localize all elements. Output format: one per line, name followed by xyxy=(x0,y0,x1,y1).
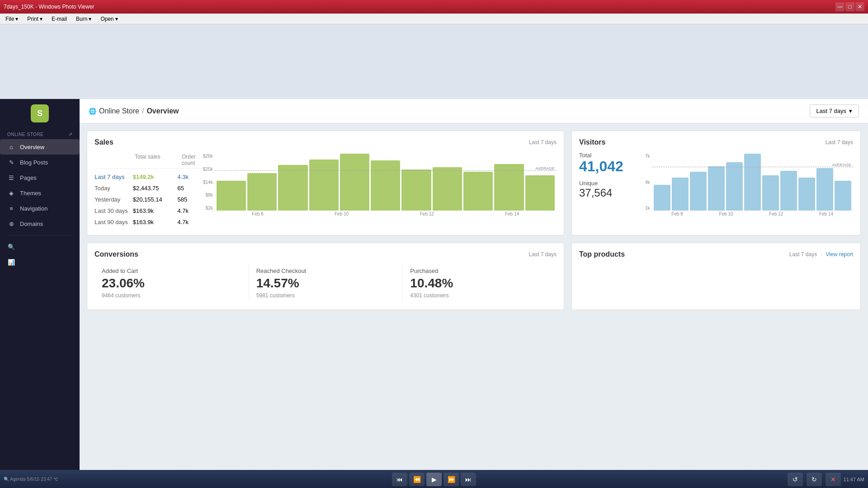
breadcrumb-current: Overview xyxy=(146,107,179,115)
table-row: Last 90 days $163.9k 4.7k xyxy=(94,216,203,228)
photo-viewer-area xyxy=(0,24,868,99)
sidebar-item-analytics[interactable]: 📊 xyxy=(0,254,80,270)
table-row: Today $2,443.75 65 xyxy=(94,183,203,194)
taskbar-next[interactable]: ⏩ xyxy=(443,473,459,486)
menu-bar: File ▾ Print ▾ E-mail Burn ▾ Open ▾ xyxy=(0,14,868,24)
vbar-3 xyxy=(690,172,707,211)
sidebar-item-blog-posts[interactable]: ✎ Blog Posts xyxy=(0,155,80,170)
menu-file[interactable]: File ▾ xyxy=(2,15,22,23)
conversions-grid: Added to Cart 23.06% 9464 customers Reac… xyxy=(94,264,557,302)
vbar-9 xyxy=(798,178,815,211)
close-button[interactable]: ✕ xyxy=(855,2,864,11)
visitors-y-axis: 7k 4k 1k xyxy=(645,152,652,219)
visitors-date-range: Last 7 days xyxy=(826,139,853,145)
menu-burn[interactable]: Burn ▾ xyxy=(72,15,95,23)
taskbar-time: 11:47 AM xyxy=(844,477,864,482)
sales-y-axis: $26k $20k $14k $8k $2k xyxy=(203,152,215,219)
taskbar-next-last[interactable]: ⏭ xyxy=(461,473,476,486)
total-sales-header: Total sales xyxy=(135,154,182,166)
chart-icon: 📊 xyxy=(7,258,15,266)
bar-6 xyxy=(371,160,400,211)
globe-icon: ⊕ xyxy=(7,220,15,228)
conversion-added-to-cart: Added to Cart 23.06% 9464 customers xyxy=(94,264,249,302)
bar-8 xyxy=(433,167,462,211)
menu-email[interactable]: E-mail xyxy=(48,15,71,23)
table-row: Last 7 days $149.2k 4.3k xyxy=(94,171,203,183)
sidebar-item-overview[interactable]: ⌂ Overview xyxy=(0,139,80,155)
date-range-button[interactable]: Last 7 days ▾ xyxy=(810,104,859,117)
vbar-7 xyxy=(762,175,779,211)
sidebar-section-label: ONLINE STORE ↗ xyxy=(0,128,80,139)
bar-5 xyxy=(340,154,369,211)
top-products-header: Top products Last 7 days · View report xyxy=(579,250,853,258)
pages-icon: ☰ xyxy=(7,174,15,182)
vbar-4 xyxy=(708,166,725,211)
visitors-card: Visitors Last 7 days Total 41,042 Unique… xyxy=(571,131,861,235)
external-link-icon[interactable]: ↗ xyxy=(68,131,73,137)
average-line: AVERAGE xyxy=(215,170,557,171)
taskbar-rotate[interactable]: ↺ xyxy=(788,473,803,486)
sales-bars xyxy=(215,152,557,211)
table-row: Last 30 days $163.9k 4.7k xyxy=(94,205,203,216)
average-label: AVERAGE xyxy=(535,166,555,171)
view-report-link[interactable]: View report xyxy=(826,251,853,258)
sales-title: Sales xyxy=(94,138,113,146)
title-bar: 7days_150K - Windows Photo Viewer — □ ✕ xyxy=(0,0,868,14)
app-container: S ONLINE STORE ↗ ⌂ Overview ✎ Blog Posts… xyxy=(0,99,868,488)
vbar-6 xyxy=(744,154,761,211)
sales-table-header: Total sales Order count xyxy=(94,152,203,169)
main-content: 🌐 Online Store / Overview Last 7 days ▾ … xyxy=(80,99,868,488)
vbar-1 xyxy=(654,185,670,211)
window-controls[interactable]: — □ ✕ xyxy=(835,2,864,11)
sidebar: S ONLINE STORE ↗ ⌂ Overview ✎ Blog Posts… xyxy=(0,99,80,488)
sidebar-item-domains[interactable]: ⊕ Domains xyxy=(0,216,80,231)
sidebar-divider xyxy=(8,235,72,235)
minimize-button[interactable]: — xyxy=(835,2,844,11)
vbar-5 xyxy=(726,162,743,211)
vbar-10 xyxy=(816,168,833,211)
visitors-title: Visitors xyxy=(579,138,605,146)
visitors-stats: Total 41,042 Unique 37,564 xyxy=(579,152,638,219)
sales-data-area: Total sales Order count Last 7 days $149… xyxy=(94,152,203,228)
conversions-date-range: Last 7 days xyxy=(529,251,557,258)
visitors-average-line: AVERAGE xyxy=(652,167,853,167)
file-icon: ✎ xyxy=(7,158,15,166)
taskbar-delete[interactable]: ✕ xyxy=(826,473,841,486)
conversions-title: Conversions xyxy=(94,250,138,258)
menu-open[interactable]: Open ▾ xyxy=(97,15,121,23)
bar-3 xyxy=(278,165,307,211)
taskbar-play[interactable]: ▶ xyxy=(426,473,442,486)
shopify-logo: S xyxy=(31,104,49,122)
breadcrumb-parent: Online Store xyxy=(99,107,139,115)
sidebar-item-search[interactable]: 🔍 xyxy=(0,239,80,254)
sales-card: Sales Last 7 days Total sales Order coun… xyxy=(87,131,564,235)
page-header: 🌐 Online Store / Overview Last 7 days ▾ xyxy=(80,99,868,123)
taskbar-prev[interactable]: ⏪ xyxy=(409,473,425,486)
sales-date-range: Last 7 days xyxy=(529,139,557,145)
table-row: Yesterday $20,155.14 585 xyxy=(94,194,203,205)
search-icon: 🔍 xyxy=(7,243,15,251)
bar-2 xyxy=(247,173,277,211)
taskbar-refresh[interactable]: ↻ xyxy=(807,473,822,486)
bar-1 xyxy=(217,181,246,211)
visitors-average-label: AVERAGE xyxy=(832,163,851,167)
chevron-down-icon: ▾ xyxy=(849,108,852,114)
visitors-x-labels: Feb 8 Feb 10 Feb 12 Feb 14 xyxy=(652,211,853,217)
conversions-card: Conversions Last 7 days Added to Cart 23… xyxy=(87,243,564,310)
sidebar-item-navigation[interactable]: ≡ Navigation xyxy=(0,201,80,216)
breadcrumb-separator: / xyxy=(142,107,144,115)
maximize-button[interactable]: □ xyxy=(845,2,854,11)
top-products-date-range: Last 7 days xyxy=(789,251,817,258)
sidebar-item-themes[interactable]: ◈ Themes xyxy=(0,185,80,201)
home-icon: ⌂ xyxy=(7,143,15,151)
dashboard: Sales Last 7 days Total sales Order coun… xyxy=(80,123,868,317)
menu-print[interactable]: Print ▾ xyxy=(24,15,46,23)
sidebar-item-pages[interactable]: ☰ Pages xyxy=(0,170,80,185)
top-products-card: Top products Last 7 days · View report xyxy=(571,243,861,310)
taskbar-prev-first[interactable]: ⏮ xyxy=(392,473,407,486)
nav-icon: ≡ xyxy=(7,204,15,212)
vbar-11 xyxy=(835,181,851,211)
sales-table: Total sales Order count Last 7 days $149… xyxy=(94,152,203,228)
taskbar-right-controls[interactable]: ↺ ↻ ✕ xyxy=(788,473,841,486)
visitors-chart: 7k 4k 1k AVERAGE xyxy=(645,152,853,219)
